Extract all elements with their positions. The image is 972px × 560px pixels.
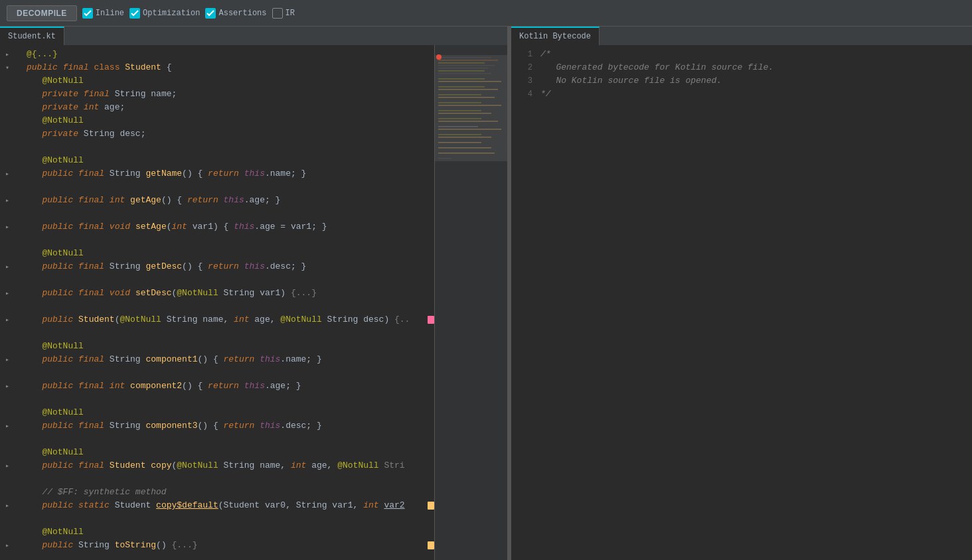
line-content: public final String component3() { retur… xyxy=(24,419,432,433)
fold-icon xyxy=(3,408,12,417)
svg-rect-13 xyxy=(438,102,481,104)
code-line xyxy=(0,207,434,220)
line-content xyxy=(24,234,432,247)
line-gutter: ▸ xyxy=(0,501,24,510)
left-panel: Student.kt ▸ @{...} ▾ public final class xyxy=(0,27,508,560)
line-gutter: ▸ xyxy=(0,196,24,205)
right-line-content: /* xyxy=(538,48,972,61)
fold-icon[interactable]: ▸ xyxy=(3,222,12,232)
line-gutter xyxy=(0,527,24,537)
ir-label: IR xyxy=(285,9,295,18)
line-gutter xyxy=(0,76,24,86)
right-tab-bar: Kotlin Bytecode xyxy=(511,27,972,45)
right-tab[interactable]: Kotlin Bytecode xyxy=(511,27,600,45)
right-code-area[interactable]: 1 /* 2 Generated bytecode for Kotlin sou… xyxy=(511,45,972,560)
line-content: public final int getAge() { return this.… xyxy=(24,194,432,207)
optimization-checkbox[interactable]: Optimization xyxy=(129,8,200,19)
fold-icon xyxy=(3,488,12,497)
fold-icon[interactable]: ▸ xyxy=(3,315,12,324)
fold-icon[interactable]: ▸ xyxy=(3,501,12,510)
assertions-checkbox-icon xyxy=(205,8,216,19)
optimization-label: Optimization xyxy=(143,9,200,18)
line-content: private final String name; xyxy=(24,88,432,101)
svg-rect-20 xyxy=(438,129,501,130)
svg-rect-22 xyxy=(438,137,491,138)
code-line: @NotNull xyxy=(0,74,434,88)
fold-icon[interactable]: ▸ xyxy=(3,50,12,59)
fold-icon[interactable]: ▸ xyxy=(3,289,12,298)
line-gutter xyxy=(0,488,24,497)
line-content: public static Student copy$default(Stude… xyxy=(24,499,432,512)
code-line: @NotNull xyxy=(0,247,434,260)
line-content xyxy=(24,393,432,406)
fold-icon xyxy=(3,527,12,537)
line-gutter: ▸ xyxy=(0,382,24,391)
fold-icon[interactable]: ▸ xyxy=(3,355,12,364)
line-gutter: ▸ xyxy=(0,541,24,550)
fold-icon[interactable]: ▸ xyxy=(3,461,12,470)
line-content: public final String getDesc() { return t… xyxy=(24,260,432,273)
code-line: ▸ public final Student copy(@NotNull Str… xyxy=(0,459,434,472)
left-code-area[interactable]: ▸ @{...} ▾ public final class Student { xyxy=(0,45,434,560)
line-gutter xyxy=(0,129,24,139)
fold-icon[interactable]: ▸ xyxy=(3,541,12,550)
error-indicator xyxy=(436,54,442,60)
code-line: ▸ public Student(@NotNull String name, i… xyxy=(0,313,434,326)
svg-rect-8 xyxy=(438,81,501,82)
svg-rect-16 xyxy=(438,113,491,114)
code-line: private String desc; xyxy=(0,127,434,141)
svg-rect-2 xyxy=(438,62,485,64)
fold-icon[interactable]: ▾ xyxy=(3,63,12,72)
svg-rect-4 xyxy=(438,68,488,69)
line-content: public final String component1() { retur… xyxy=(24,353,432,366)
ir-checkbox-box xyxy=(272,8,283,19)
fold-icon xyxy=(3,249,12,258)
line-gutter xyxy=(0,408,24,417)
code-line xyxy=(0,512,434,525)
line-gutter: ▸ xyxy=(0,289,24,298)
line-content xyxy=(24,472,432,486)
line-content xyxy=(24,552,432,560)
line-gutter: ▸ xyxy=(0,262,24,271)
decompile-button[interactable]: DECOMPILE xyxy=(7,5,77,21)
svg-rect-18 xyxy=(438,121,498,122)
code-line: @NotNull xyxy=(0,340,434,353)
line-content: public Student(@NotNull String name, int… xyxy=(24,313,432,326)
line-gutter xyxy=(0,90,24,99)
code-line xyxy=(0,393,434,406)
fold-icon[interactable]: ▸ xyxy=(3,196,12,205)
fold-icon xyxy=(3,156,12,165)
code-line: ▸ public final String component3() { ret… xyxy=(0,419,434,433)
right-code-line: 1 /* xyxy=(511,48,972,61)
code-line: ▸ public final String component1() { ret… xyxy=(0,353,434,366)
code-line xyxy=(0,273,434,287)
assertions-checkbox[interactable]: Assertions xyxy=(205,8,266,19)
fold-icon[interactable]: ▸ xyxy=(3,382,12,391)
line-content xyxy=(24,141,432,154)
line-content xyxy=(24,366,432,380)
ir-checkbox[interactable]: IR xyxy=(272,8,295,19)
line-gutter: ▸ xyxy=(0,315,24,324)
fold-icon[interactable]: ▸ xyxy=(3,262,12,271)
svg-rect-12 xyxy=(438,97,495,98)
code-line: ▸ public String toString() {...} xyxy=(0,539,434,552)
minimap[interactable] xyxy=(434,45,507,560)
line-content: public final void setAge(int var1) { thi… xyxy=(24,220,432,234)
line-content: @NotNull xyxy=(24,525,432,539)
svg-rect-10 xyxy=(438,89,498,90)
left-tab[interactable]: Student.kt xyxy=(0,27,64,45)
line-content: public final Student copy(@NotNull Strin… xyxy=(24,459,432,472)
svg-rect-3 xyxy=(438,65,495,66)
fold-icon[interactable]: ▸ xyxy=(3,169,12,178)
right-line-number: 1 xyxy=(511,48,538,61)
line-content xyxy=(24,512,432,525)
left-tab-label: Student.kt xyxy=(8,32,56,41)
right-line-number: 4 xyxy=(511,88,538,101)
svg-rect-14 xyxy=(438,105,501,106)
inline-checkbox[interactable]: Inline xyxy=(82,8,124,19)
code-line: private int age; xyxy=(0,101,434,114)
fold-icon xyxy=(3,448,12,457)
svg-rect-1 xyxy=(438,60,498,61)
fold-icon[interactable]: ▸ xyxy=(3,421,12,431)
svg-rect-19 xyxy=(438,126,478,127)
